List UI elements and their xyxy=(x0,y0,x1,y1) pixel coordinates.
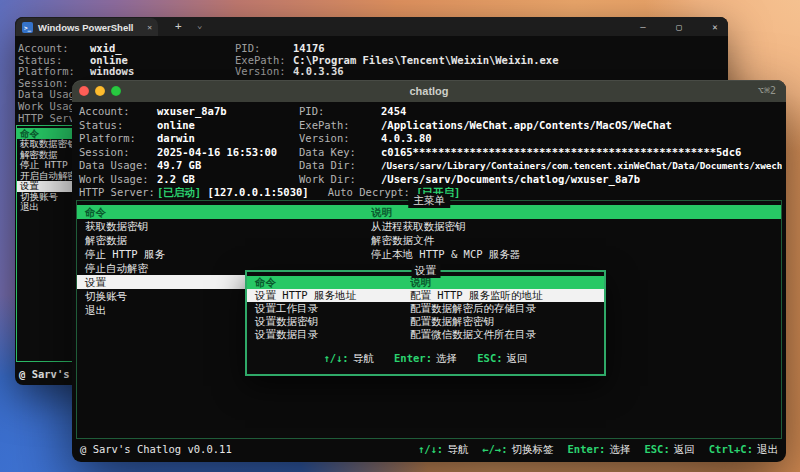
tab-windows-powershell[interactable]: >_ Windows PowerShell ✕ xyxy=(16,18,158,36)
settings-row[interactable]: 设置数据目录配置微信数据文件所在目录 xyxy=(247,328,604,341)
tab-title: Windows PowerShell xyxy=(38,22,138,33)
menu-row[interactable]: 获取数据密钥从进程获取数据密钥 xyxy=(77,219,781,233)
chatlog-window: chatlog ⌥⌘2 Account:wxuser_8a7bPID:2454 … xyxy=(72,80,786,462)
terminal-titlebar[interactable]: >_ Windows PowerShell ✕ + ⌄ — ▢ ✕ xyxy=(15,17,728,36)
tab-dropdown-icon[interactable]: ⌄ xyxy=(197,20,202,30)
chatlog-status-bar: @ Sarv's Chatlog v0.0.11 ↑/↓:导航 ←/→:切换标签… xyxy=(80,443,778,457)
desktop: >_ Windows PowerShell ✕ + ⌄ — ▢ ✕ Accoun… xyxy=(0,0,800,472)
main-menu-title: 主菜单 xyxy=(408,194,450,208)
minimize-button[interactable]: — xyxy=(636,22,650,32)
chatlog-titlebar[interactable]: chatlog ⌥⌘2 xyxy=(72,80,786,102)
new-tab-button[interactable]: + xyxy=(175,20,182,33)
window-title: chatlog xyxy=(72,80,786,102)
dialog-key-hints: ↑/↓:导航 Enter:选择 ESC:返回 xyxy=(247,352,604,366)
settings-row[interactable]: 设置工作目录配置数据解密后的存储目录 xyxy=(247,302,604,315)
app-version-text: @ Sarv's Chatlog v0.0.11 xyxy=(80,443,232,457)
settings-row[interactable]: 设置数据密钥配置数据解密密钥 xyxy=(247,315,604,328)
status-key-hints: ↑/↓:导航 ←/→:切换标签 Enter:选择 ESC:返回 Ctrl+C:退… xyxy=(418,443,778,457)
menu-row[interactable]: 停止 HTTP 服务停止本地 HTTP & MCP 服务器 xyxy=(77,247,781,261)
maximize-button[interactable]: ▢ xyxy=(672,22,686,32)
close-button[interactable]: ✕ xyxy=(708,22,722,32)
settings-dialog-title: 设置 xyxy=(411,264,440,278)
tab-close-icon[interactable]: ✕ xyxy=(147,23,152,32)
powershell-icon: >_ xyxy=(22,22,33,33)
window-shortcut-badge: ⌥⌘2 xyxy=(758,80,776,102)
settings-row-selected[interactable]: 设置 HTTP 服务地址配置 HTTP 服务监听的地址 xyxy=(247,289,604,302)
settings-dialog: 设置 命令说明 设置 HTTP 服务地址配置 HTTP 服务监听的地址 设置工作… xyxy=(245,270,606,376)
menu-row[interactable]: 解密数据解密数据文件 xyxy=(77,233,781,247)
chatlog-session-info: Account:wxuser_8a7bPID:2454 Status:onlin… xyxy=(79,105,782,200)
http-started-badge: [已启动] xyxy=(157,186,201,200)
